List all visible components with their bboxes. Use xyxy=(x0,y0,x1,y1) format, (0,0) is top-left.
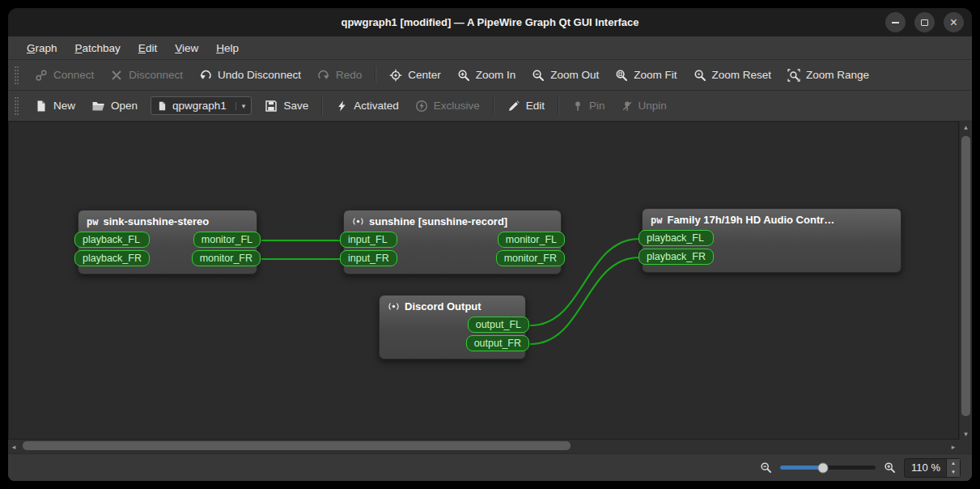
spin-arrows xyxy=(946,459,960,477)
zoom-in-small-icon[interactable] xyxy=(884,461,896,474)
port-input_FL[interactable]: input_FL xyxy=(340,232,397,248)
activated-label: Activated xyxy=(354,100,399,112)
undo-icon xyxy=(199,69,212,82)
new-button[interactable]: New xyxy=(28,96,82,117)
port-input_FR[interactable]: input_FR xyxy=(340,250,397,266)
port-output_FL[interactable]: output_FL xyxy=(468,317,529,333)
application-icon xyxy=(352,215,364,227)
horizontal-scroll-thumb[interactable] xyxy=(23,441,571,450)
menu-bar: GraphPatchbayEditViewHelp xyxy=(8,36,972,60)
close-button[interactable] xyxy=(944,12,964,32)
vertical-scroll-track[interactable] xyxy=(960,133,972,428)
redo-label: Redo xyxy=(336,69,362,81)
connect-button[interactable]: Connect xyxy=(28,65,100,86)
session-toolbar: New Open qpwgraph1 Save Activated Exclus… xyxy=(8,91,972,121)
status-bar: 110 % xyxy=(8,453,972,481)
toolbar-separator xyxy=(321,97,323,115)
port-output_FR[interactable]: output_FR xyxy=(466,335,529,351)
scroll-down-arrow[interactable] xyxy=(960,428,972,440)
node-sunshine[interactable]: sunshine [sunshine-record]input_FLinput_… xyxy=(343,210,562,274)
scroll-right-arrow[interactable] xyxy=(948,440,959,453)
redo-button[interactable]: Redo xyxy=(311,65,368,86)
zoom-slider[interactable] xyxy=(780,466,876,470)
scroll-left-arrow[interactable] xyxy=(8,440,19,453)
undo-button[interactable]: Undo Disconnect xyxy=(193,65,308,86)
pipewire-icon: pw xyxy=(87,216,98,227)
toolbar-drag-handle[interactable] xyxy=(15,97,19,115)
vertical-scroll-thumb[interactable] xyxy=(961,136,970,417)
window-controls xyxy=(885,12,964,32)
zoom-fit-label: Zoom Fit xyxy=(634,69,677,81)
node-header: pwFamily 17h/19h HD Audio Contr… xyxy=(643,209,901,230)
minimize-button[interactable] xyxy=(885,12,906,32)
zoom-out-icon xyxy=(532,69,545,82)
port-playback_FL[interactable]: playback_FL xyxy=(638,230,714,246)
disconnect-label: Disconnect xyxy=(129,69,183,81)
zoom-range-button[interactable]: Zoom Range xyxy=(781,65,876,86)
pipewire-icon: pw xyxy=(651,215,662,226)
toolbar-drag-handle[interactable] xyxy=(15,66,19,84)
exclusive-toggle[interactable]: Exclusive xyxy=(409,96,486,117)
lightning-icon xyxy=(336,100,348,113)
zoom-in-icon xyxy=(457,69,470,82)
activated-toggle[interactable]: Activated xyxy=(329,96,405,117)
zoom-reset-button[interactable]: Zoom Reset xyxy=(687,65,778,86)
spin-down-button[interactable] xyxy=(947,468,960,477)
zoom-in-label: Zoom In xyxy=(476,69,516,81)
zoom-reset-label: Zoom Reset xyxy=(712,69,772,81)
zoom-in-button[interactable]: Zoom In xyxy=(451,65,523,86)
node-discord[interactable]: Discord Outputoutput_FLoutput_FR xyxy=(379,295,526,359)
zoom-fit-button[interactable]: Zoom Fit xyxy=(609,65,683,86)
new-file-icon xyxy=(35,100,48,113)
menu-edit[interactable]: Edit xyxy=(129,38,166,58)
disconnect-icon xyxy=(110,69,123,82)
port-monitor_FL[interactable]: monitor_FL xyxy=(498,232,565,248)
save-button[interactable]: Save xyxy=(258,96,315,117)
horizontal-scrollbar[interactable] xyxy=(8,440,959,453)
zoom-out-button[interactable]: Zoom Out xyxy=(525,65,605,86)
pin-button[interactable]: Pin xyxy=(566,96,612,117)
edges-svg xyxy=(9,122,958,439)
menu-patchbay[interactable]: Patchbay xyxy=(66,38,129,58)
port-playback_FR[interactable]: playback_FR xyxy=(638,249,714,265)
zoom-out-small-icon[interactable] xyxy=(760,461,772,474)
node-title: sink-sunshine-stereo xyxy=(103,215,209,227)
pin-icon xyxy=(572,100,583,113)
open-button[interactable]: Open xyxy=(85,96,144,117)
node-sink[interactable]: pwsink-sunshine-stereoplayback_FLplaybac… xyxy=(78,210,257,274)
maximize-button[interactable] xyxy=(914,12,935,32)
graph-canvas[interactable]: pwsink-sunshine-stereoplayback_FLplaybac… xyxy=(8,121,959,440)
unpin-button[interactable]: Unpin xyxy=(615,96,673,117)
zoom-out-label: Zoom Out xyxy=(550,69,599,81)
save-icon xyxy=(265,100,278,113)
menu-help[interactable]: Help xyxy=(207,38,248,58)
port-monitor_FR[interactable]: monitor_FR xyxy=(496,250,565,266)
node-family[interactable]: pwFamily 17h/19h HD Audio Contr…playback… xyxy=(642,208,902,273)
node-title: Discord Output xyxy=(405,300,482,313)
session-select-value: qpwgraph1 xyxy=(172,100,227,112)
close-icon xyxy=(950,15,957,30)
zoom-spinbox[interactable]: 110 % xyxy=(904,458,961,478)
center-button[interactable]: Center xyxy=(383,65,448,86)
port-monitor_FL[interactable]: monitor_FL xyxy=(193,232,261,248)
pin-label: Pin xyxy=(589,100,605,112)
chevron-down-icon xyxy=(235,102,246,110)
edit-toggle[interactable]: Edit xyxy=(501,96,551,117)
menu-graph[interactable]: Graph xyxy=(18,38,66,58)
horizontal-scroll-track[interactable] xyxy=(19,440,948,453)
zoom-slider-handle[interactable] xyxy=(818,462,829,473)
center-label: Center xyxy=(408,69,441,81)
session-file-icon xyxy=(157,100,168,112)
title-bar[interactable]: qpwgraph1 [modified] — A PipeWire Graph … xyxy=(8,8,972,36)
disconnect-button[interactable]: Disconnect xyxy=(104,65,189,86)
port-monitor_FR[interactable]: monitor_FR xyxy=(192,250,261,266)
exclusive-label: Exclusive xyxy=(434,100,480,112)
menu-view[interactable]: View xyxy=(166,38,207,58)
port-playback_FL[interactable]: playback_FL xyxy=(74,232,150,248)
vertical-scrollbar[interactable] xyxy=(959,121,972,440)
port-playback_FR[interactable]: playback_FR xyxy=(74,250,150,266)
session-select[interactable]: qpwgraph1 xyxy=(151,96,252,115)
spin-up-button[interactable] xyxy=(947,459,960,468)
scroll-up-arrow[interactable] xyxy=(960,121,972,133)
zoom-reset-icon xyxy=(694,69,706,82)
